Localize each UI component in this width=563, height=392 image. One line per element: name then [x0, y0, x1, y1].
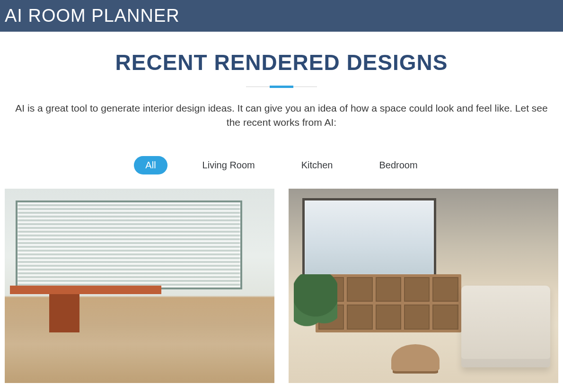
design-card[interactable]: [289, 189, 558, 383]
filter-kitchen[interactable]: Kitchen: [290, 156, 344, 174]
gallery-grid: [5, 189, 558, 392]
divider-line-left: [246, 87, 270, 87]
divider-line-right: [293, 87, 317, 87]
site-title[interactable]: AI ROOM PLANNER: [5, 6, 558, 26]
filter-all[interactable]: All: [134, 156, 167, 174]
section-intro: AI is a great tool to generate interior …: [7, 101, 556, 130]
design-card[interactable]: [5, 189, 274, 383]
design-render-shelf: [316, 274, 461, 332]
section-divider: [5, 86, 558, 88]
filter-living-room[interactable]: Living Room: [191, 156, 266, 174]
section-title: RECENT RENDERED DESIGNS: [5, 50, 558, 75]
site-header: AI ROOM PLANNER: [0, 0, 563, 32]
divider-accent: [270, 86, 293, 88]
design-render-plant: [294, 274, 337, 367]
design-render-table: [391, 344, 440, 372]
filter-tabs: All Living Room Kitchen Bedroom: [5, 156, 558, 174]
main-content: RECENT RENDERED DESIGNS AI is a great to…: [0, 50, 563, 392]
filter-bedroom[interactable]: Bedroom: [368, 156, 429, 174]
